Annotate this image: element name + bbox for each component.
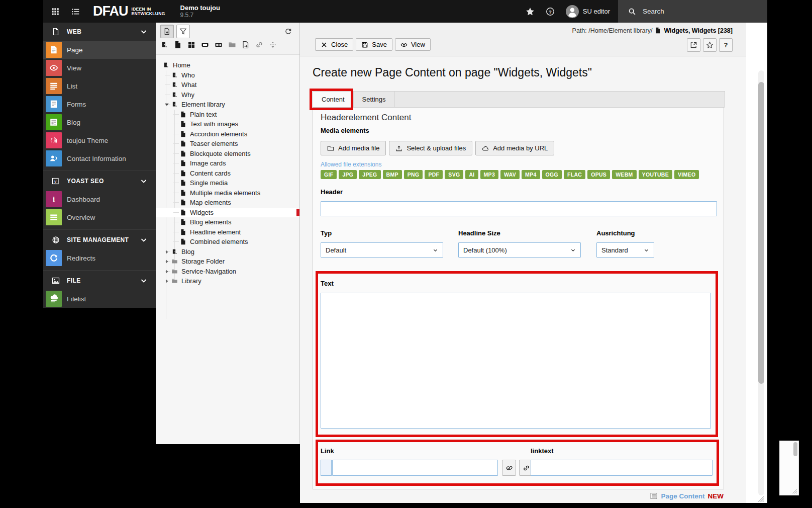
tree-item-widgets[interactable]: Widgets (156, 208, 299, 218)
drag-bi-page-icon[interactable] (215, 41, 223, 49)
tree-item-home[interactable]: Home (156, 60, 299, 70)
tree-collapse-icon[interactable] (164, 279, 169, 284)
tab-settings[interactable]: Settings (354, 92, 395, 108)
extension-badge-flac: FLAC (564, 170, 585, 179)
record-link-button[interactable] (502, 460, 516, 476)
help-button[interactable]: ? (719, 38, 733, 52)
drag-door-page-icon[interactable] (160, 41, 168, 49)
text-textarea[interactable] (321, 293, 711, 429)
tree-collapse-icon[interactable] (164, 269, 169, 274)
select-upload-files-button[interactable]: Select & upload files (389, 141, 472, 155)
open-in-new-window-button[interactable] (687, 38, 700, 52)
sidebar-section-web[interactable]: WEB (43, 23, 156, 41)
tree-item-why[interactable]: Why (156, 90, 299, 100)
web-doc-icon (52, 28, 60, 36)
scrollbar-thumb[interactable] (758, 82, 764, 384)
sidebar-section-site-management[interactable]: SITE MANAGEMENT (43, 229, 156, 249)
sidebar-item-page[interactable]: Page (43, 41, 156, 59)
tree-item-blog[interactable]: Blog (156, 247, 299, 257)
tree-collapse-icon[interactable] (164, 259, 169, 264)
tree-item-who[interactable]: Who (156, 70, 299, 80)
sidebar-item-toujou-theme[interactable]: toujou Theme (43, 131, 156, 149)
tree-expand-icon[interactable] (164, 102, 169, 107)
sidebar-section-yoast-seo[interactable]: yYOAST SEO (43, 171, 156, 190)
tree-item-element-library[interactable]: Element library (156, 100, 299, 110)
drag-divider-page-icon[interactable] (269, 41, 277, 49)
sidebar-item-view[interactable]: View (43, 59, 156, 77)
tree-item-headline-element[interactable]: Headline element (156, 227, 299, 237)
bookmark-button[interactable] (703, 38, 717, 52)
tree-item-plain-text[interactable]: Plain text (156, 110, 299, 120)
add-media-by-url-button[interactable]: Add media by URL (475, 141, 554, 155)
sidebar-section-file[interactable]: FILE (43, 270, 156, 290)
tree-item-teaser-elements[interactable]: Teaser elements (156, 139, 299, 149)
tree-item-content-cards[interactable]: Content cards (156, 168, 299, 179)
fingerprint-icon (49, 136, 58, 145)
resize-grip-icon[interactable] (756, 494, 765, 503)
record-type-label[interactable]: Page Content (661, 492, 704, 500)
sidebar-item-blog[interactable]: Blog (43, 113, 156, 131)
tab-content[interactable]: Content (313, 92, 354, 108)
refresh-tree-button[interactable] (281, 25, 295, 38)
tree-item-multiple-media-elements[interactable]: Multiple media elements (156, 188, 299, 198)
filter-button[interactable] (176, 25, 190, 38)
tree-item-what[interactable]: What (156, 80, 299, 90)
tree-item-accordion-elements[interactable]: Accordion elements (156, 129, 299, 139)
search-input[interactable] (642, 7, 744, 16)
drag-grid-page-icon[interactable] (187, 41, 195, 49)
sidebar-item-list[interactable]: List (43, 77, 156, 95)
sidebar-item-dashboard[interactable]: iDashboard (43, 190, 156, 208)
drag-folder-page-icon[interactable] (228, 41, 236, 49)
tree-item-map-elements[interactable]: Map elements (156, 198, 299, 208)
sidebar-item-contact-information[interactable]: Contact Information (43, 149, 156, 167)
username[interactable]: SU editor (583, 8, 610, 15)
tree-item-combined-elements[interactable]: Combined elements (156, 237, 299, 247)
new-page-button[interactable] (160, 25, 174, 38)
tree-item-single-media[interactable]: Single media (156, 178, 299, 188)
resize-grip-icon[interactable] (791, 487, 798, 494)
link-input[interactable] (332, 460, 498, 476)
add-media-file-button[interactable]: Add media file (321, 141, 386, 155)
selected-page-marker (296, 209, 299, 216)
close-button[interactable]: Close (315, 38, 353, 51)
sidebar-item-forms[interactable]: Forms (43, 95, 156, 113)
drag-blank-page-icon[interactable] (174, 41, 182, 49)
doc-page-icon (180, 111, 186, 118)
topbar-search[interactable] (618, 0, 767, 23)
tree-item-library[interactable]: Library (156, 276, 299, 286)
tree-item-blockquote-elements[interactable]: Blockquote elements (156, 149, 299, 159)
modules-grid-icon[interactable] (51, 7, 60, 16)
typ-select[interactable]: Default (321, 242, 443, 258)
tree-item-storage-folder[interactable]: Storage Folder (156, 257, 299, 267)
headline-size-select[interactable]: Default (100%) (458, 242, 581, 258)
sidebar-item-overview[interactable]: Overview (43, 208, 156, 226)
artifact-scrollbar-thumb[interactable] (793, 442, 797, 456)
save-button[interactable]: Save (356, 38, 392, 51)
chain-link-icon (523, 464, 530, 472)
sidebar-item-filelist[interactable]: Filelist (43, 290, 156, 308)
page-reference: Widgets, Widgets [238] (664, 27, 733, 34)
sidebar-item-redirects[interactable]: Redirects (43, 249, 156, 267)
ausrichtung-select[interactable]: Standard (596, 242, 654, 258)
help-icon[interactable]: ? (546, 7, 555, 16)
extension-badge-jpeg: JPEG (359, 170, 380, 179)
header-input[interactable] (321, 201, 717, 216)
menu-list-icon[interactable] (71, 7, 80, 16)
tree-item-image-cards[interactable]: Image cards (156, 158, 299, 168)
drag-frame-page-icon[interactable] (201, 41, 209, 49)
bookmark-star-icon[interactable] (526, 7, 535, 16)
media-buttons: Add media file Select & upload files Add… (321, 141, 554, 155)
tree-item-blog-elements[interactable]: Blog elements (156, 217, 299, 227)
tree-item-service-navigation[interactable]: Service-Navigation (156, 267, 299, 277)
linktext-input[interactable] (531, 460, 713, 476)
tree-item-text-with-images[interactable]: Text with images (156, 119, 299, 129)
drag-shortcut-page-icon[interactable] (242, 41, 250, 49)
view-button[interactable]: View (395, 38, 431, 51)
drag-link-page-icon[interactable] (255, 41, 263, 49)
tree-collapse-icon[interactable] (164, 249, 169, 255)
avatar[interactable] (566, 5, 579, 18)
tree-connector (165, 95, 170, 95)
page-tree: HomeWhoWhatWhyElement libraryPlain textT… (156, 60, 299, 444)
media-elements-label: Media elements (321, 127, 369, 134)
contacts-icon (49, 154, 58, 163)
